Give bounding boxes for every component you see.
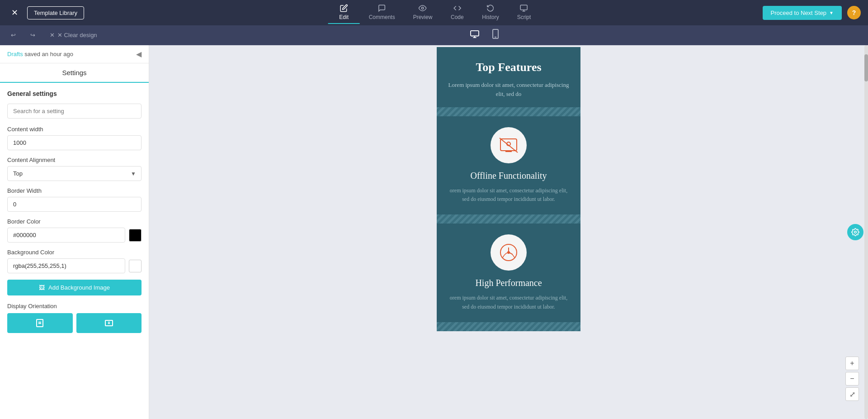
undo-icon: ↩ [11, 32, 16, 38]
feature-2-desc: orem ipsum dolor sit amet, consectetur a… [446, 294, 571, 311]
drafts-link[interactable]: Drafts [7, 51, 23, 57]
orientation-buttons [7, 313, 142, 333]
drafts-info: Drafts saved an hour ago [7, 51, 73, 57]
background-color-input[interactable] [7, 258, 125, 273]
collapse-sidebar-button[interactable]: ◀ [136, 50, 142, 58]
svg-point-0 [422, 7, 424, 10]
orientation-horizontal-button[interactable] [76, 313, 142, 333]
proceed-label: Proceed to Next Step [771, 10, 827, 16]
border-color-wrapper [7, 228, 142, 243]
undo-button[interactable]: ↩ [7, 30, 19, 40]
border-color-swatch[interactable] [129, 229, 142, 242]
proceed-button[interactable]: Proceed to Next Step ▼ [763, 6, 842, 20]
add-bg-label: Add Background Image [48, 284, 110, 291]
mobile-icon [492, 29, 499, 39]
feature-2-section: High Performance orem ipsum dolor sit am… [437, 224, 580, 322]
zoom-out-button[interactable]: − [845, 372, 859, 386]
tab-edit[interactable]: Edit [328, 1, 360, 24]
clear-design-button[interactable]: ✕ ✕ Clear design [46, 30, 101, 40]
script-icon [520, 4, 528, 12]
background-color-label: Background Color [7, 249, 142, 256]
content-width-input[interactable] [7, 135, 142, 150]
desktop-view-button[interactable] [466, 27, 483, 43]
tab-preview-label: Preview [413, 14, 433, 20]
tab-history[interactable]: History [473, 1, 508, 24]
proceed-arrow-icon: ▼ [829, 10, 834, 15]
code-icon [453, 4, 461, 12]
settings-title: Settings [0, 63, 149, 83]
topbar-tabs: Edit Comments Preview Code [328, 1, 540, 24]
settings-sidebar: Drafts saved an hour ago ◀ Settings Gene… [0, 45, 149, 419]
template-library-button[interactable]: Template Library [27, 6, 84, 19]
feature-2-icon-circle [491, 234, 527, 271]
horizontal-orient-icon [104, 319, 113, 328]
clear-design-icon: ✕ [50, 32, 55, 38]
background-color-swatch[interactable] [129, 260, 142, 272]
add-bg-icon: 🖼 [39, 284, 45, 291]
page-preview: Top Features Lorem ipsum dolor sit amet,… [437, 47, 580, 331]
vertical-orient-icon [35, 319, 44, 328]
border-width-label: Border Width [7, 187, 142, 194]
zoom-in-button[interactable]: + [845, 357, 859, 370]
redo-button[interactable]: ↪ [27, 30, 39, 40]
feature-1-section: Offline Functionality orem ipsum dolor s… [437, 116, 580, 214]
svg-rect-2 [471, 31, 479, 36]
main-layout: Drafts saved an hour ago ◀ Settings Gene… [0, 45, 868, 419]
tab-history-label: History [482, 14, 499, 20]
top-features-section: Top Features Lorem ipsum dolor sit amet,… [437, 47, 580, 98]
divider-1 [437, 107, 580, 116]
border-color-label: Border Color [7, 218, 142, 225]
content-alignment-label: Content Alignment [7, 157, 142, 163]
sidebar-header: Drafts saved an hour ago ◀ [0, 45, 149, 63]
svg-rect-1 [521, 5, 528, 10]
gear-icon [851, 228, 859, 236]
edit-icon [340, 4, 348, 12]
content-width-label: Content width [7, 126, 142, 133]
close-button[interactable]: ✕ [7, 5, 22, 20]
svg-point-18 [854, 231, 857, 233]
desktop-icon [470, 30, 480, 38]
feature-2-title: High Performance [446, 278, 571, 288]
tab-script[interactable]: Script [508, 1, 540, 24]
add-background-image-button[interactable]: 🖼 Add Background Image [7, 280, 142, 295]
mobile-view-button[interactable] [489, 27, 502, 43]
offline-icon [499, 136, 518, 155]
tab-comments[interactable]: Comments [360, 1, 404, 24]
tab-code-label: Code [451, 14, 464, 20]
general-settings-title: General settings [7, 90, 142, 97]
help-button[interactable]: ? [847, 6, 861, 19]
fit-screen-button[interactable]: ⤢ [845, 387, 859, 401]
settings-body: General settings Content width Content A… [0, 83, 149, 340]
scrollbar-thumb[interactable] [864, 54, 868, 81]
redo-icon: ↪ [30, 32, 35, 38]
tab-script-label: Script [517, 14, 531, 20]
tab-preview[interactable]: Preview [404, 1, 442, 24]
content-alignment-wrapper: Top Center Bottom ▼ [7, 166, 142, 181]
right-settings-icon[interactable] [847, 224, 863, 240]
display-orientation-label: Display Orientation [7, 303, 142, 309]
canvas-area: Top Features Lorem ipsum dolor sit amet,… [149, 45, 868, 419]
comments-icon [378, 4, 386, 12]
tab-code[interactable]: Code [441, 1, 473, 24]
search-input[interactable] [7, 104, 142, 119]
top-features-desc: Lorem ipsum dolor sit amet, consectetur … [446, 81, 571, 98]
feature-1-icon-circle [491, 127, 527, 163]
orientation-vertical-button[interactable] [7, 313, 73, 333]
feature-1-desc: orem ipsum dolor sit amet, consectetur a… [446, 186, 571, 204]
background-color-wrapper [7, 258, 142, 273]
saved-text: saved an hour ago [24, 51, 73, 57]
content-alignment-select[interactable]: Top Center Bottom [7, 166, 142, 181]
preview-icon [419, 4, 427, 12]
divider-2 [437, 214, 580, 224]
top-features-title: Top Features [446, 61, 571, 74]
canvas-controls: + − ⤢ [845, 357, 859, 401]
topbar-right: Proceed to Next Step ▼ ? [763, 6, 861, 20]
tab-edit-label: Edit [339, 14, 349, 20]
border-color-input[interactable] [7, 228, 125, 243]
subtoolbar: ↩ ↪ ✕ ✕ Clear design [0, 25, 868, 45]
border-width-input[interactable] [7, 197, 142, 212]
device-toggles [466, 27, 502, 43]
topbar: ✕ Template Library Edit Comments Preview [0, 0, 868, 25]
divider-3 [437, 322, 580, 331]
right-scrollbar[interactable] [864, 45, 868, 419]
